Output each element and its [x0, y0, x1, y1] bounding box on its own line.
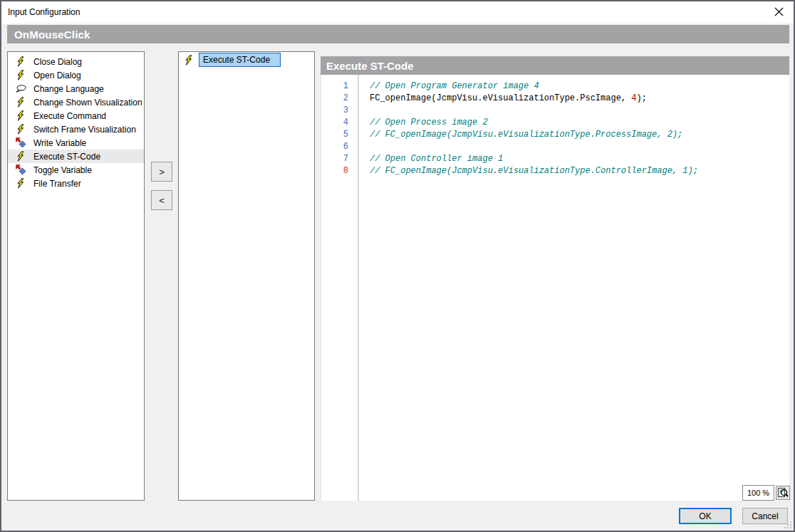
available-action-item[interactable]: Execute ST-Code	[8, 150, 144, 163]
remove-action-button[interactable]: <	[151, 190, 172, 210]
action-label: Execute ST-Code	[33, 152, 100, 162]
ok-button[interactable]: OK	[679, 508, 732, 524]
code-line: 4// Open Process image 2	[321, 117, 789, 129]
action-label: File Transfer	[33, 179, 81, 189]
action-label: Change Shown Visualization	[33, 98, 142, 108]
available-action-item[interactable]: Switch Frame Visualization	[8, 122, 144, 136]
speech-icon	[16, 84, 26, 94]
editor-title: Execute ST-Code	[321, 60, 414, 72]
line-text: // FC_openImage(JcmpVisu.eVisualizationT…	[353, 165, 698, 177]
lightning-icon	[16, 70, 25, 80]
available-actions-list[interactable]: Close DialogOpen DialogChange LanguageCh…	[7, 51, 145, 501]
available-action-item[interactable]: Change Shown Visualization	[8, 95, 144, 109]
line-number: 1	[321, 80, 353, 93]
line-number: 8	[321, 165, 353, 177]
zoom-level-field[interactable]: 100 %	[742, 485, 774, 501]
available-action-item[interactable]: Open Dialog	[8, 68, 144, 82]
close-icon	[774, 7, 784, 16]
line-number: 6	[321, 141, 353, 153]
variable-icon	[16, 165, 26, 175]
lightning-icon	[16, 110, 25, 121]
code-line: 7// Open Controller image 1	[321, 153, 789, 165]
code-line: 2FC_openImage(JcmpVisu.eVisualizationTyp…	[321, 93, 789, 105]
line-text	[353, 141, 370, 153]
action-label: Open Dialog	[33, 71, 81, 80]
available-action-item[interactable]: Write Variable	[8, 136, 144, 150]
available-action-item[interactable]: File Transfer	[8, 177, 144, 190]
code-line: 6	[321, 141, 789, 153]
line-number: 7	[321, 153, 353, 165]
title-bar: Input Configuration	[1, 1, 794, 24]
action-label: Close Dialog	[33, 57, 82, 67]
lightning-icon	[16, 151, 25, 162]
line-text: // Open Process image 2	[353, 117, 488, 129]
assigned-actions-list[interactable]: Execute ST-Code	[178, 51, 315, 501]
variable-icon	[16, 137, 26, 148]
magnifier-icon	[777, 487, 789, 499]
line-number: 2	[321, 93, 353, 105]
available-action-item[interactable]: Change Language	[8, 82, 144, 95]
line-text: FC_openImage(JcmpVisu.eVisualizationType…	[353, 93, 647, 105]
zoom-button[interactable]	[776, 486, 790, 500]
cancel-button[interactable]: Cancel	[742, 508, 788, 524]
add-action-button[interactable]: >	[151, 162, 172, 182]
code-line: 3	[321, 105, 789, 117]
action-label: Write Variable	[33, 138, 86, 148]
line-text: // Open Controller image 1	[353, 153, 503, 165]
action-label: Execute Command	[33, 111, 106, 121]
line-text	[353, 105, 370, 117]
code-line: 1// Open Program Generator image 4	[321, 80, 789, 93]
event-title: OnMouseClick	[7, 28, 90, 41]
action-label: Execute ST-Code	[199, 53, 281, 67]
close-button[interactable]	[767, 1, 791, 22]
action-label: Change Language	[33, 84, 104, 94]
code-line: 5// FC_openImage(JcmpVisu.eVisualization…	[321, 129, 789, 141]
available-action-item[interactable]: Toggle Variable	[8, 163, 144, 177]
resize-grip[interactable]	[784, 521, 791, 528]
action-label: Toggle Variable	[33, 165, 92, 175]
line-number: 4	[321, 117, 353, 129]
lightning-icon	[184, 55, 193, 66]
code-line: 8// FC_openImage(JcmpVisu.eVisualization…	[321, 165, 789, 177]
lightning-icon	[16, 124, 25, 135]
event-header-bar: OnMouseClick	[7, 25, 789, 43]
input-configuration-dialog: Input Configuration OnMouseClick Close D…	[0, 0, 795, 532]
assigned-action-item[interactable]: Execute ST-Code	[179, 53, 314, 67]
line-number: 3	[321, 105, 353, 117]
lightning-icon	[16, 97, 25, 108]
lightning-icon	[16, 178, 25, 189]
line-text: // FC_openImage(JcmpVisu.eVisualizationT…	[353, 129, 682, 141]
action-label: Switch Frame Visualization	[33, 125, 136, 135]
line-number: 5	[321, 129, 353, 141]
line-text: // Open Program Generator image 4	[353, 80, 539, 93]
available-action-item[interactable]: Execute Command	[8, 109, 144, 122]
window-title: Input Configuration	[8, 7, 80, 17]
st-code-editor[interactable]: 1// Open Program Generator image 42FC_op…	[321, 75, 789, 501]
code-lines: 1// Open Program Generator image 42FC_op…	[321, 80, 789, 177]
editor-header-bar: Execute ST-Code	[321, 56, 789, 75]
lightning-icon	[16, 56, 25, 67]
available-action-item[interactable]: Close Dialog	[8, 55, 144, 68]
